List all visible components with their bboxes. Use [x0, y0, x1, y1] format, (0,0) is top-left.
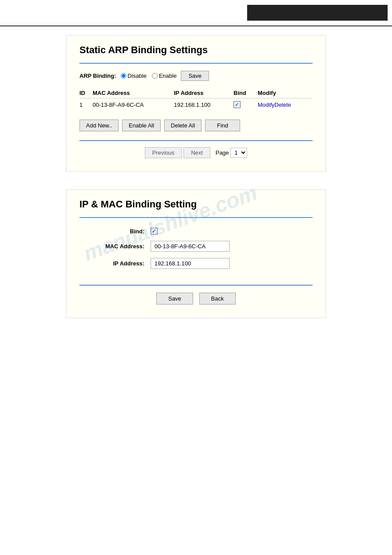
- col-bind: Bind: [234, 88, 258, 98]
- row-ip: 192.168.1.100: [174, 98, 234, 111]
- col-modify: Modify: [258, 88, 313, 98]
- ip-address-label: IP Address:: [80, 260, 151, 267]
- mac-address-label: MAC Address:: [80, 243, 151, 250]
- row-modify[interactable]: ModifyDelete: [258, 98, 313, 111]
- ip-mac-binding-section: IP & MAC Binding Setting Bind: ✓ MAC Add…: [66, 189, 326, 318]
- arp-binding-label: ARP Binding:: [79, 73, 116, 79]
- row-bind: ✓: [234, 98, 258, 111]
- modify-link[interactable]: Modify: [258, 102, 274, 108]
- arp-table: ID MAC Address IP Address Bind Modify 10…: [79, 88, 313, 111]
- ip-mac-binding-title: IP & MAC Binding Setting: [79, 199, 313, 210]
- find-button[interactable]: Find: [205, 120, 240, 131]
- arp-binding-radio-group: Disable Enable: [121, 73, 177, 79]
- bind-label: Bind:: [80, 228, 151, 235]
- disable-radio[interactable]: [121, 73, 126, 79]
- enable-radio[interactable]: [152, 73, 158, 79]
- ipmac-bottom-divider: [79, 285, 313, 286]
- add-new-button[interactable]: Add New..: [79, 120, 119, 131]
- row-id: 1: [79, 98, 93, 111]
- arp-save-button[interactable]: Save: [181, 71, 209, 81]
- static-arp-section: Static ARP Binding Settings ARP Binding:…: [66, 35, 326, 172]
- enable-radio-item[interactable]: Enable: [152, 73, 176, 79]
- form-buttons-row: Save Back: [79, 293, 313, 305]
- page-select[interactable]: 1: [230, 148, 247, 158]
- ip-input-cell[interactable]: [151, 258, 230, 269]
- ipmac-save-button[interactable]: Save: [156, 293, 193, 305]
- next-button[interactable]: Next: [183, 147, 210, 158]
- col-id: ID: [79, 88, 93, 98]
- col-mac: MAC Address: [93, 88, 174, 98]
- action-buttons-row: Add New.. Enable All Delete All Find: [79, 120, 313, 131]
- ip-address-input[interactable]: [151, 258, 230, 269]
- ip-row: IP Address:: [80, 258, 312, 269]
- disable-label: Disable: [128, 73, 147, 79]
- col-ip: IP Address: [174, 88, 234, 98]
- binding-form: Bind: ✓ MAC Address: IP Address:: [79, 227, 313, 276]
- mac-row: MAC Address:: [80, 241, 312, 252]
- previous-button[interactable]: Previous: [145, 147, 182, 158]
- ipmac-top-divider: [79, 217, 313, 218]
- bind-checkbox-cell[interactable]: ✓: [151, 228, 158, 235]
- mac-input-cell[interactable]: [151, 241, 230, 252]
- bind-row: Bind: ✓: [80, 228, 312, 235]
- disable-radio-item[interactable]: Disable: [121, 73, 147, 79]
- bind-indicator: ✓: [234, 101, 241, 108]
- top-bar-brand: [247, 5, 388, 21]
- arp-top-divider: [79, 63, 313, 64]
- table-row: 100-13-8F-A9-6C-CA192.168.1.100✓ModifyDe…: [79, 98, 313, 111]
- mac-address-input[interactable]: [151, 241, 230, 252]
- bind-checkbox[interactable]: ✓: [151, 228, 158, 235]
- row-mac: 00-13-8F-A9-6C-CA: [93, 98, 174, 111]
- ipmac-back-button[interactable]: Back: [199, 293, 236, 305]
- delete-link[interactable]: Delete: [274, 102, 291, 108]
- arp-binding-row: ARP Binding: Disable Enable Save: [79, 71, 313, 81]
- top-bar: [0, 0, 392, 26]
- page-label: Page: [216, 149, 229, 156]
- arp-bottom-divider: [79, 140, 313, 141]
- enable-all-button[interactable]: Enable All: [122, 120, 161, 131]
- delete-all-button[interactable]: Delete All: [164, 120, 201, 131]
- enable-label: Enable: [159, 73, 176, 79]
- static-arp-title: Static ARP Binding Settings: [79, 44, 313, 56]
- pagination-row: Previous Next Page 1: [79, 147, 313, 158]
